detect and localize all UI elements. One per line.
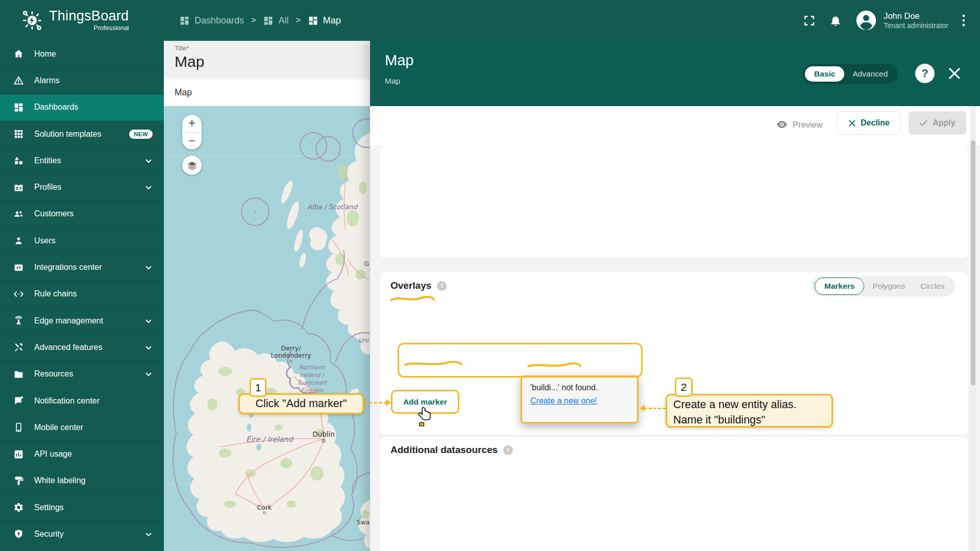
avatar xyxy=(855,10,877,31)
overlays-info-icon[interactable] xyxy=(437,281,447,291)
map-label-ni-3: Tuaisceart xyxy=(297,379,328,386)
api-usage-icon xyxy=(13,449,24,460)
tab-markers[interactable]: Markers xyxy=(815,278,864,295)
breadcrumb-dashboards[interactable]: Dashboards xyxy=(179,15,244,26)
annotation-step-1-badge: 1 xyxy=(250,378,266,397)
entities-icon xyxy=(13,155,24,166)
sidebar-item-mobile-center[interactable]: Mobile center xyxy=(0,414,164,441)
map-label-ni-4: Éireann xyxy=(301,387,323,394)
breadcrumb: Dashboards > All > Map xyxy=(179,15,341,26)
create-new-alias-link[interactable]: Create a new one! xyxy=(530,396,597,406)
chevron-down-icon xyxy=(144,317,153,325)
sidebar-item-entities[interactable]: Entities xyxy=(0,147,164,174)
sidebar-item-white-labeling[interactable]: White labeling xyxy=(0,468,164,494)
breadcrumb-map[interactable]: Map xyxy=(308,15,341,26)
map-widget-title: Map xyxy=(175,87,192,98)
dialog-subtitle: Map xyxy=(385,77,400,86)
map-label-ni-2: Ireland / xyxy=(300,371,325,379)
alarms-icon xyxy=(13,75,24,86)
overlays-heading: Overlays xyxy=(390,280,431,291)
user-role: Tenant administrator xyxy=(884,21,948,31)
integrations-icon xyxy=(13,262,24,273)
tab-polygons[interactable]: Polygons xyxy=(865,278,912,294)
layers-card xyxy=(380,145,968,258)
sidebar-item-customers[interactable]: Customers xyxy=(0,201,164,228)
zoom-out-button[interactable]: − xyxy=(182,133,202,150)
eye-icon xyxy=(776,118,788,131)
alias-not-found-text: 'buildi...' not found. xyxy=(530,383,629,392)
dashboard-icon xyxy=(263,15,274,26)
fullscreen-icon[interactable] xyxy=(803,14,816,27)
map-label-derry-2: Londonderry xyxy=(271,352,312,359)
kebab-menu-icon[interactable] xyxy=(962,14,966,27)
sidebar-item-solution-templates[interactable]: Solution templates NEW xyxy=(0,121,164,147)
basic-mode-tab[interactable]: Basic xyxy=(805,66,844,82)
sidebar-item-api-usage[interactable]: API usage xyxy=(0,441,164,467)
chevron-down-icon xyxy=(144,157,153,165)
users-icon xyxy=(13,235,24,246)
notifications-bell-icon[interactable] xyxy=(829,14,842,27)
map-canvas[interactable]: Alba / Scotland Derry/ Londonderry North… xyxy=(164,106,370,551)
sidebar-item-profiles[interactable]: Profiles xyxy=(0,174,164,201)
sidebar-item-resources[interactable]: Resources xyxy=(0,361,164,388)
title-field-value[interactable]: Map xyxy=(175,53,370,70)
sidebar-item-rule-chains[interactable]: Rule chains xyxy=(0,281,164,308)
sidebar-item-home[interactable]: Home xyxy=(0,41,164,67)
additional-datasources-heading: Additional datasources xyxy=(390,444,498,456)
dialog-action-bar: Preview Decline Apply xyxy=(370,106,980,145)
tab-circles[interactable]: Circles xyxy=(913,278,951,294)
breadcrumb-all[interactable]: All xyxy=(263,15,288,26)
sidebar-item-integrations-center[interactable]: Integrations center xyxy=(0,254,164,281)
dashboards-icon xyxy=(13,102,24,113)
widget-title-editor: Title* Map xyxy=(164,41,370,78)
settings-mode-toggle: Basic Advanced xyxy=(803,64,898,84)
user-menu[interactable]: John Doe Tenant administrator xyxy=(855,10,948,31)
map-label-derry-1: Derry/ xyxy=(281,344,302,352)
sidebar-item-edge-management[interactable]: Edge management xyxy=(0,308,164,334)
layers-icon xyxy=(187,160,198,171)
brand[interactable]: ThingsBoard Professional xyxy=(0,9,164,32)
close-dialog-icon[interactable] xyxy=(946,65,963,82)
map-widget-card: Map xyxy=(164,80,370,551)
resources-folder-icon xyxy=(13,369,24,380)
entity-alias-autocomplete-panel: 'buildi...' not found. Create a new one! xyxy=(521,375,639,423)
settings-gear-icon xyxy=(13,502,24,513)
sidebar-item-notification-center[interactable]: Notification center xyxy=(0,388,164,414)
help-button[interactable] xyxy=(915,64,935,83)
sidebar-item-alarms[interactable]: Alarms xyxy=(0,67,164,94)
sidebar-item-advanced-features[interactable]: Advanced features xyxy=(0,334,164,361)
advanced-mode-tab[interactable]: Advanced xyxy=(844,66,896,82)
apply-button[interactable]: Apply xyxy=(909,111,966,135)
dialog-scrollbar-thumb[interactable] xyxy=(971,140,975,385)
map-layers-button[interactable] xyxy=(182,156,202,175)
title-field-label: Title* xyxy=(175,41,370,52)
brand-subtitle: Professional xyxy=(49,24,129,32)
sidebar-item-security[interactable]: Security xyxy=(0,521,164,547)
dialog-header: Map Map Basic Advanced xyxy=(370,41,980,106)
zoom-in-button[interactable]: + xyxy=(182,115,202,132)
advanced-features-icon xyxy=(13,342,24,353)
rule-chains-icon xyxy=(13,289,24,299)
map-zoom-control: + − xyxy=(182,115,202,149)
home-icon xyxy=(13,48,24,59)
map-label-dublin: Dublin xyxy=(312,430,335,438)
map-label-ni-1: Northern xyxy=(299,364,325,371)
additional-datasources-info-icon[interactable] xyxy=(503,445,513,455)
sidebar-item-dashboards[interactable]: Dashboards xyxy=(0,94,164,121)
map-label-ireland: Éire / Ireland xyxy=(246,435,294,443)
annotation-step-2-badge: 2 xyxy=(675,378,693,397)
decline-button[interactable]: Decline xyxy=(837,111,901,135)
preview-button[interactable]: Preview xyxy=(776,118,823,131)
thingsboard-logo-icon xyxy=(20,9,43,32)
check-icon xyxy=(919,119,928,127)
chevron-down-icon xyxy=(144,263,153,271)
map-label-uni: Uni xyxy=(358,337,369,344)
sidebar-item-users[interactable]: Users xyxy=(0,228,164,254)
dashboard-icon xyxy=(179,15,190,26)
chevron-down-icon xyxy=(144,530,153,538)
sidebar-item-settings[interactable]: Settings xyxy=(0,494,164,521)
map-label-cork: Cork xyxy=(257,504,273,511)
white-labeling-icon xyxy=(13,475,24,486)
sidebar: Home Alarms Dashboards Solution template… xyxy=(0,41,164,551)
top-bar: ThingsBoard Professional Dashboards > Al… xyxy=(0,0,980,41)
